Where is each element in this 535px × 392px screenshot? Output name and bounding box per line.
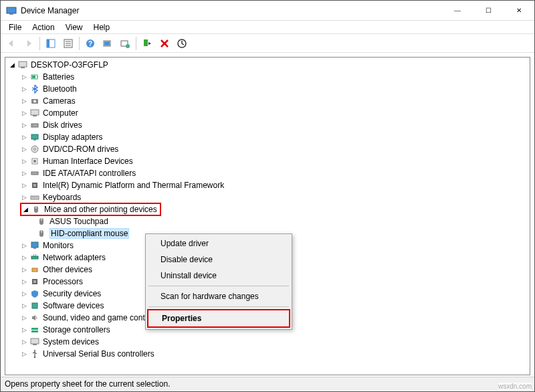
svg-rect-45 xyxy=(33,248,36,249)
expander-icon[interactable]: ▷ xyxy=(20,157,28,165)
close-button[interactable]: ✕ xyxy=(504,1,534,20)
bluetooth-icon xyxy=(29,84,40,94)
tree-node-ide[interactable]: ▷IDE ATA/ATAPI controllers xyxy=(7,167,528,179)
mouse-icon xyxy=(31,204,41,215)
tree-node-cameras[interactable]: ▷Cameras xyxy=(7,95,528,107)
help-toolbar-button[interactable]: ? xyxy=(82,36,98,51)
svg-rect-46 xyxy=(31,256,38,259)
show-hide-console-button[interactable] xyxy=(43,36,59,51)
expander-icon[interactable]: ▷ xyxy=(20,314,28,322)
menu-view[interactable]: View xyxy=(60,21,88,33)
expander-icon[interactable]: ▷ xyxy=(20,109,28,117)
processor-icon xyxy=(29,276,40,287)
keyboard-icon xyxy=(29,192,40,203)
svg-rect-35 xyxy=(33,184,36,187)
context-separator xyxy=(148,306,289,307)
menu-action[interactable]: Action xyxy=(27,21,60,33)
scan-toolbar-button[interactable] xyxy=(100,36,116,51)
expander-icon[interactable]: ▷ xyxy=(20,121,28,129)
usb-icon xyxy=(29,349,40,359)
svg-rect-23 xyxy=(31,110,39,115)
tree-node-keyboards[interactable]: ▷Keyboards xyxy=(7,191,528,203)
svg-rect-53 xyxy=(31,328,38,330)
maximize-button[interactable]: ☐ xyxy=(473,1,504,20)
tree-node-bluetooth[interactable]: ▷Bluetooth xyxy=(7,83,528,95)
svg-rect-3 xyxy=(47,39,49,47)
menu-file[interactable]: File xyxy=(3,21,27,33)
app-icon xyxy=(6,5,17,16)
properties-toolbar-button[interactable] xyxy=(60,36,76,51)
network-icon xyxy=(29,252,40,263)
expander-icon[interactable]: ▷ xyxy=(20,278,28,286)
context-properties[interactable]: Properties xyxy=(148,310,289,326)
context-separator xyxy=(148,286,289,286)
svg-point-58 xyxy=(34,350,35,351)
expander-icon[interactable]: ▷ xyxy=(20,326,28,334)
svg-rect-33 xyxy=(31,172,38,175)
expander-icon[interactable]: ▷ xyxy=(20,350,28,358)
svg-point-30 xyxy=(34,149,36,151)
expander-icon[interactable]: ▷ xyxy=(20,97,28,105)
expander-icon[interactable]: ▷ xyxy=(20,133,28,141)
expander-icon[interactable]: ▷ xyxy=(20,193,28,201)
root-label: DESKTOP-O3FGFLP xyxy=(31,60,108,70)
statusbar-text: Opens property sheet for the current sel… xyxy=(5,379,170,389)
scan-hardware-button[interactable] xyxy=(174,36,190,51)
context-uninstall-device[interactable]: Uninstall device xyxy=(147,268,290,284)
expander-icon[interactable]: ▷ xyxy=(20,302,28,310)
svg-point-57 xyxy=(34,357,36,359)
monitor-icon xyxy=(29,240,40,251)
system-icon xyxy=(29,336,40,347)
tree-node-dvd[interactable]: ▷DVD/CD-ROM drives xyxy=(7,143,528,155)
expander-icon[interactable]: ◢ xyxy=(21,205,29,213)
back-button[interactable] xyxy=(3,36,19,51)
uninstall-device-button[interactable] xyxy=(156,36,173,51)
forward-button[interactable] xyxy=(21,36,37,51)
expander-icon[interactable]: ◢ xyxy=(8,61,16,69)
context-update-driver[interactable]: Update driver xyxy=(147,235,290,252)
statusbar: Opens property sheet for the current sel… xyxy=(1,377,534,391)
svg-point-13 xyxy=(126,44,130,48)
enable-device-button[interactable] xyxy=(139,36,155,51)
tree-node-asus-touchpad[interactable]: ASUS Touchpad xyxy=(7,215,528,227)
tree-node-display-adapters[interactable]: ▷Display adapters xyxy=(7,131,528,143)
tree-node-computer[interactable]: ▷Computer xyxy=(7,107,528,119)
expander-icon[interactable]: ▷ xyxy=(20,254,28,262)
expander-icon[interactable]: ▷ xyxy=(20,241,28,250)
expander-icon[interactable]: ▷ xyxy=(20,169,28,177)
expander-icon[interactable]: ▷ xyxy=(20,145,28,153)
expander-icon[interactable]: ▷ xyxy=(20,266,28,274)
tree-node-hid[interactable]: ▷Human Interface Devices xyxy=(7,155,528,167)
expander-icon[interactable]: ▷ xyxy=(20,73,28,81)
expander-icon[interactable]: ▷ xyxy=(20,338,28,346)
hid-icon xyxy=(29,156,40,167)
svg-rect-24 xyxy=(33,115,37,116)
svg-point-22 xyxy=(33,100,36,103)
expander-icon[interactable]: ▷ xyxy=(20,290,28,298)
context-disable-device[interactable]: Disable device xyxy=(147,252,290,268)
disk-icon xyxy=(29,120,40,130)
display-icon xyxy=(29,132,40,142)
tree-node-intel[interactable]: ▷Intel(R) Dynamic Platform and Thermal F… xyxy=(7,179,528,191)
window-title: Device Manager xyxy=(21,6,442,15)
minimize-button[interactable]: — xyxy=(442,1,473,20)
tree-node-mice[interactable]: ◢ Mice and other pointing devices xyxy=(5,203,528,215)
tree-node-usb[interactable]: ▷Universal Serial Bus controllers xyxy=(7,348,528,360)
other-icon xyxy=(29,264,40,275)
mouse-icon xyxy=(36,228,47,239)
expander-icon[interactable]: ▷ xyxy=(20,85,28,93)
tree-node-batteries[interactable]: ▷Batteries xyxy=(7,71,528,83)
security-icon xyxy=(29,288,40,299)
svg-rect-49 xyxy=(32,268,37,272)
svg-rect-55 xyxy=(31,338,39,344)
svg-text:?: ? xyxy=(88,40,92,47)
tree-node-system[interactable]: ▷System devices xyxy=(7,336,528,348)
update-driver-toolbar-button[interactable] xyxy=(117,36,133,51)
svg-rect-17 xyxy=(21,67,25,68)
window-controls: — ☐ ✕ xyxy=(442,1,534,20)
tree-root[interactable]: ◢ DESKTOP-O3FGFLP xyxy=(7,59,528,71)
expander-icon[interactable]: ▷ xyxy=(20,181,28,189)
menu-help[interactable]: Help xyxy=(88,21,116,33)
context-scan-hardware[interactable]: Scan for hardware changes xyxy=(147,288,290,304)
tree-node-disk-drives[interactable]: ▷Disk drives xyxy=(7,119,528,131)
